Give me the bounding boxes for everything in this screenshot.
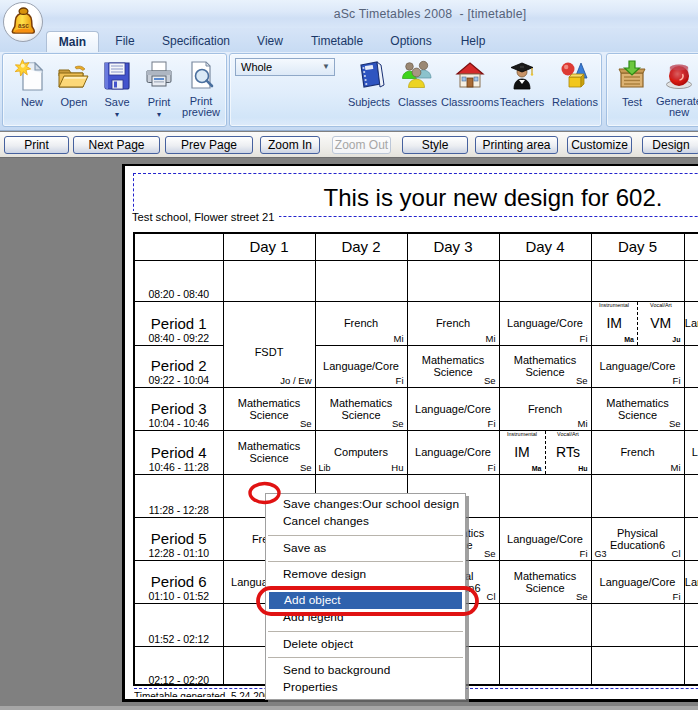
svg-text:asc: asc: [18, 22, 29, 29]
